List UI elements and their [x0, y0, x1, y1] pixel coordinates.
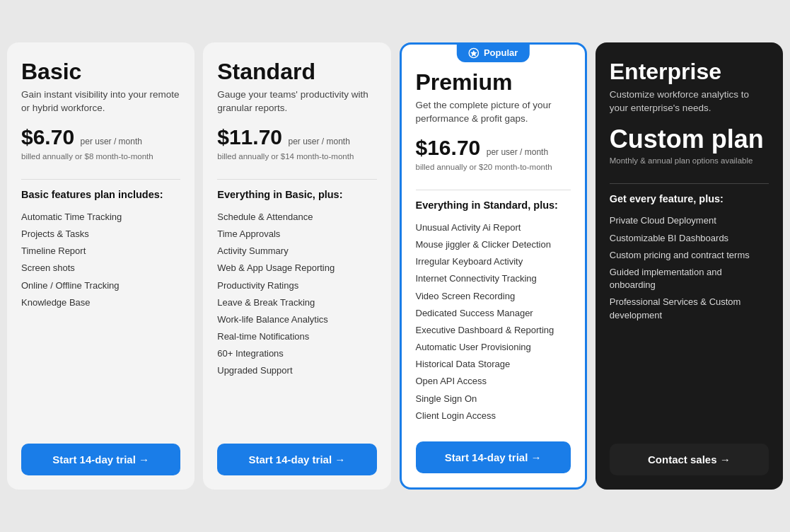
feature-item: Customizable BI Dashboards	[610, 230, 769, 247]
feature-item: Single Sign On	[416, 391, 571, 407]
plan-name: Basic	[21, 59, 180, 84]
feature-item: Video Screen Recording	[416, 288, 571, 305]
feature-item: Schedule & Attendance	[217, 209, 376, 226]
plan-tagline: Customize workforce analytics to your en…	[610, 88, 769, 115]
feature-item: Timeline Report	[21, 243, 180, 260]
feature-item: Dedicated Success Manager	[416, 305, 571, 322]
plan-price: $6.70 per user / month	[21, 125, 180, 149]
divider	[610, 183, 769, 184]
feature-item: Upgraded Support	[217, 362, 376, 379]
price-billing: billed annually or $8 month-to-month	[21, 152, 180, 161]
features-list: Unusual Activity Ai ReportMouse jiggler …	[416, 219, 571, 424]
cta-button-standard[interactable]: Start 14-day trial →	[217, 444, 376, 475]
feature-item: Time Approvals	[217, 226, 376, 243]
plan-price: $16.70 per user / month	[416, 136, 571, 160]
svg-marker-1	[470, 50, 477, 57]
popular-label: Popular	[484, 47, 518, 58]
features-heading: Basic features plan includes:	[21, 188, 180, 202]
feature-item: Productivity Ratings	[217, 277, 376, 294]
price-billing: billed annually or $14 month-to-month	[217, 152, 376, 161]
cta-button-premium[interactable]: Start 14-day trial →	[416, 441, 571, 473]
cta-button-basic[interactable]: Start 14-day trial →	[21, 444, 180, 475]
divider	[217, 179, 376, 180]
plan-tagline: Get the complete picture of your perform…	[416, 99, 571, 126]
feature-item: Activity Summary	[217, 243, 376, 260]
plan-card-enterprise: EnterpriseCustomize workforce analytics …	[596, 42, 783, 490]
feature-item: Leave & Break Tracking	[217, 294, 376, 311]
feature-item: 60+ Integrations	[217, 345, 376, 362]
price-period: per user / month	[81, 137, 142, 146]
star-icon	[468, 47, 480, 59]
feature-item: Irregular Keyboard Activity	[416, 253, 571, 270]
feature-item: Mouse jiggler & Clicker Detection	[416, 236, 571, 253]
feature-item: Unusual Activity Ai Report	[416, 219, 571, 236]
feature-item: Web & App Usage Reporting	[217, 260, 376, 277]
feature-item: Open API Access	[416, 373, 571, 390]
plan-tagline: Gain instant visibility into your remote…	[21, 88, 180, 115]
feature-item: Client Login Access	[416, 407, 571, 424]
price-period: per user / month	[288, 137, 349, 146]
feature-item: Real-time Notifications	[217, 328, 376, 345]
feature-item: Executive Dashboard & Reporting	[416, 322, 571, 339]
plan-name: Standard	[217, 59, 376, 84]
plan-card-basic: BasicGain instant visibility into your r…	[7, 42, 194, 490]
feature-item: Knowledge Base	[21, 294, 180, 311]
plan-price: $11.70 per user / month	[217, 125, 376, 149]
price-billing: Monthly & annual plan options available	[610, 156, 769, 165]
divider	[416, 190, 571, 190]
pricing-grid: BasicGain instant visibility into your r…	[7, 42, 783, 490]
plan-name: Enterprise	[610, 59, 769, 84]
feature-item: Private Cloud Deployment	[610, 212, 769, 229]
features-heading: Get every feature, plus:	[610, 192, 769, 206]
plan-name: Premium	[416, 70, 571, 95]
cta-button-enterprise[interactable]: Contact sales →	[610, 444, 769, 475]
price-period: per user / month	[487, 147, 548, 157]
feature-item: Custom pricing and contract terms	[610, 247, 769, 264]
price-amount: $16.70	[416, 136, 481, 159]
feature-item: Work-life Balance Analytics	[217, 311, 376, 328]
plan-tagline: Gauge your teams' productivity with gran…	[217, 88, 376, 115]
features-list: Schedule & AttendanceTime ApprovalsActiv…	[217, 209, 376, 427]
custom-plan-label: Custom plan	[610, 125, 769, 154]
price-amount: $11.70	[217, 125, 282, 149]
divider	[21, 179, 180, 180]
feature-item: Screen shots	[21, 260, 180, 277]
feature-item: Automatic User Provisioning	[416, 339, 571, 356]
features-list: Private Cloud DeploymentCustomizable BI …	[610, 212, 769, 427]
feature-item: Online / Offline Tracking	[21, 277, 180, 294]
plan-card-standard: StandardGauge your teams' productivity w…	[203, 42, 390, 490]
feature-item: Projects & Tasks	[21, 226, 180, 243]
features-heading: Everything in Basic, plus:	[217, 188, 376, 202]
price-amount: $6.70	[21, 125, 74, 149]
feature-item: Historical Data Storage	[416, 356, 571, 373]
feature-item: Professional Services & Custom developme…	[610, 294, 769, 323]
feature-item: Automatic Time Tracking	[21, 209, 180, 226]
feature-item: Guided implementation and onboarding	[610, 264, 769, 294]
features-list: Automatic Time TrackingProjects & TasksT…	[21, 209, 180, 427]
price-billing: billed annually or $20 month-to-month	[416, 163, 571, 171]
popular-badge: Popular	[457, 44, 529, 62]
features-heading: Everything in Standard, plus:	[416, 199, 571, 212]
feature-item: Internet Connectivity Tracking	[416, 270, 571, 287]
plan-card-premium: Popular PremiumGet the complete picture …	[400, 42, 587, 490]
